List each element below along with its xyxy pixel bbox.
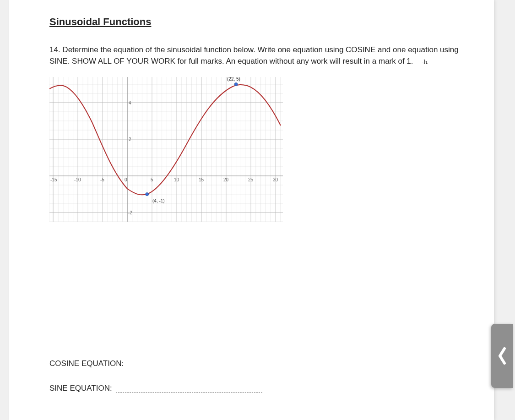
cosine-label: COSINE EQUATION:	[49, 359, 124, 368]
chevron-left-icon	[497, 347, 507, 365]
svg-text:20: 20	[223, 177, 229, 182]
svg-text:5: 5	[151, 177, 153, 182]
answer-block: COSINE EQUATION: SINE EQUATION:	[49, 359, 466, 393]
handwritten-annotation: -l₁	[422, 58, 428, 65]
cosine-blank[interactable]	[128, 360, 274, 368]
svg-text:-5: -5	[100, 177, 104, 182]
cosine-answer-line: COSINE EQUATION:	[49, 359, 466, 368]
question-body: 14. Determine the equation of the sinuso…	[49, 45, 459, 65]
svg-text:-10: -10	[74, 177, 81, 182]
question-text: 14. Determine the equation of the sinuso…	[49, 44, 466, 67]
svg-text:10: 10	[174, 177, 179, 182]
svg-text:4: 4	[129, 100, 131, 105]
section-title: Sinusoidal Functions	[49, 16, 466, 28]
svg-text:-2: -2	[128, 210, 132, 215]
svg-text:25: 25	[248, 177, 254, 182]
svg-text:-15: -15	[50, 177, 57, 182]
sine-blank[interactable]	[116, 385, 262, 393]
sinusoid-chart: (22, 5) (4, -1) -15 -10 -5 0 5 10 15 20 …	[49, 75, 466, 226]
sine-answer-line: SINE EQUATION:	[49, 384, 466, 393]
sine-label: SINE EQUATION:	[49, 384, 112, 393]
grid	[49, 77, 283, 222]
worksheet-page: Sinusoidal Functions 14. Determine the e…	[9, 0, 494, 420]
min-point-dot	[146, 193, 149, 196]
svg-text:15: 15	[199, 177, 204, 182]
min-point-label: (4, -1)	[152, 198, 165, 203]
chart-svg: (22, 5) (4, -1) -15 -10 -5 0 5 10 15 20 …	[49, 75, 283, 226]
max-point-dot	[234, 83, 238, 86]
svg-text:2: 2	[129, 137, 131, 142]
svg-text:30: 30	[273, 177, 278, 182]
side-tab-handle[interactable]	[491, 324, 513, 388]
max-point-label: (22, 5)	[227, 76, 240, 82]
y-tick-labels: 4 2 -2	[128, 100, 132, 215]
svg-text:0: 0	[125, 177, 127, 182]
